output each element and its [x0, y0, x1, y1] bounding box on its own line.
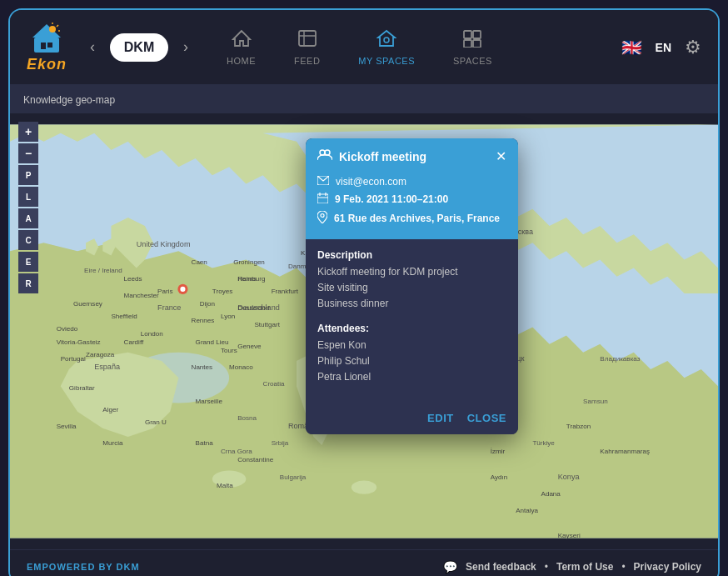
svg-point-21: [352, 481, 376, 494]
description-line-2: Site visiting: [317, 280, 506, 296]
svg-text:Manchester: Manchester: [124, 292, 160, 299]
my-spaces-icon: [376, 29, 396, 53]
nav-center: ‹ DKM ›: [83, 33, 195, 62]
svg-text:Oviedo: Oviedo: [57, 326, 78, 333]
tab-my-spaces-label: MY SPACES: [358, 56, 415, 66]
map-filter-e[interactable]: E: [18, 252, 38, 272]
svg-text:Nantes: Nantes: [192, 363, 213, 371]
svg-text:Geneve: Geneve: [237, 343, 262, 350]
edit-button[interactable]: EDIT: [427, 412, 454, 424]
popup-header: Kickoff meeting ✕: [306, 138, 518, 175]
popup-date: 9 Feb. 2021 11:00–21:00: [335, 193, 448, 205]
footer-right: 💬 Send feedback • Term of Use • Privacy …: [443, 560, 701, 573]
feedback-icon: 💬: [443, 560, 457, 573]
attendee-3: Petra Lionel: [317, 369, 506, 385]
svg-rect-0: [34, 38, 59, 53]
svg-rect-14: [464, 31, 471, 38]
popup-body: Description Kickoff meeting for KDM proj…: [306, 239, 518, 405]
svg-text:Kayseri: Kayseri: [558, 532, 581, 539]
tab-spaces[interactable]: SPACES: [446, 26, 499, 69]
svg-rect-16: [464, 40, 471, 48]
svg-text:Crna Gora: Crna Gora: [221, 448, 252, 455]
svg-text:Guernsey: Guernsey: [73, 300, 103, 308]
map-area[interactable]: United Kingdom Eire / Ireland España Fra…: [10, 113, 718, 549]
app-container: Ekon ‹ DKM › HOME FEED: [8, 8, 720, 576]
close-button[interactable]: CLOSE: [467, 412, 506, 424]
svg-text:Gibraltar: Gibraltar: [69, 384, 95, 392]
svg-text:Monaco: Monaco: [229, 363, 253, 371]
popup-email: visit@econ.com: [336, 176, 406, 188]
popup-close-x-button[interactable]: ✕: [496, 150, 506, 163]
logo-area: Ekon: [27, 21, 67, 73]
privacy-policy-link[interactable]: Privacy Policy: [634, 561, 701, 573]
map-controls: + − P L A C E R: [18, 122, 38, 293]
description-line-1: Kickoff meeting for KDM project: [317, 264, 506, 280]
svg-text:Paris: Paris: [157, 288, 172, 295]
description-content: Kickoff meeting for KDM project Site vis…: [317, 264, 506, 313]
svg-text:Grand Lieu: Grand Lieu: [196, 338, 229, 346]
svg-point-100: [325, 150, 330, 155]
svg-text:Konya: Konya: [558, 473, 581, 481]
breadcrumb-bar: Knowledge geo-map: [10, 85, 718, 113]
svg-text:Groningen: Groningen: [233, 258, 265, 266]
tab-home[interactable]: HOME: [220, 26, 262, 69]
svg-text:Sevilla: Sevilla: [57, 423, 77, 430]
send-feedback-link[interactable]: Send feedback: [466, 561, 536, 573]
svg-text:Adana: Adana: [541, 490, 561, 498]
map-filter-l[interactable]: L: [18, 187, 38, 207]
svg-text:Sheffield: Sheffield: [111, 313, 137, 320]
attendee-1: Espen Kon: [317, 338, 506, 353]
map-filter-r[interactable]: R: [18, 273, 38, 293]
map-filter-p[interactable]: P: [18, 165, 38, 185]
svg-line-6: [57, 25, 58, 27]
svg-text:Croatia: Croatia: [263, 380, 286, 388]
svg-text:United Kingdom: United Kingdom: [137, 240, 191, 248]
tab-feed[interactable]: FEED: [287, 26, 327, 69]
calendar-icon: [317, 193, 328, 206]
svg-point-13: [384, 38, 389, 43]
svg-text:Constantine: Constantine: [237, 456, 274, 463]
svg-rect-15: [473, 31, 481, 38]
location-icon: [317, 211, 327, 226]
svg-text:London: London: [141, 330, 163, 338]
footer: EMPOWERED BY DKM 💬 Send feedback • Term …: [10, 549, 718, 576]
svg-text:İzmir: İzmir: [491, 448, 506, 455]
logo-icon: [29, 21, 64, 56]
svg-text:Gran U: Gran U: [145, 418, 167, 426]
logo-text: Ekon: [27, 56, 67, 73]
svg-text:Dijon: Dijon: [200, 300, 215, 308]
settings-icon[interactable]: ⚙: [685, 37, 701, 58]
zoom-in-button[interactable]: +: [18, 122, 38, 142]
attendees-label: Attendees:: [317, 323, 506, 334]
svg-text:Zaragoza: Zaragoza: [86, 351, 115, 358]
map-filter-c[interactable]: C: [18, 230, 38, 250]
svg-text:France: France: [157, 303, 181, 312]
popup-location-row: 61 Rue des Archives, Paris, France: [317, 211, 506, 226]
term-of-use-link[interactable]: Term of Use: [556, 561, 613, 573]
svg-point-106: [321, 214, 324, 218]
zoom-out-button[interactable]: −: [18, 143, 38, 163]
popup-location: 61 Rue des Archives, Paris, France: [334, 213, 500, 224]
popup-footer: EDIT CLOSE: [306, 405, 518, 434]
popup-date-row: 9 Feb. 2021 11:00–21:00: [317, 193, 506, 206]
svg-marker-8: [233, 31, 250, 46]
tab-my-spaces[interactable]: MY SPACES: [352, 26, 421, 69]
svg-text:Samsun: Samsun: [583, 398, 608, 405]
svg-text:Bulgarija: Bulgarija: [280, 473, 307, 481]
svg-text:Malta: Malta: [217, 482, 233, 489]
nav-next-button[interactable]: ›: [177, 35, 195, 59]
nav-tabs: HOME FEED MY SPACES SPACES: [220, 26, 621, 69]
popup-email-row: visit@econ.com: [317, 175, 506, 188]
svg-text:Portugal: Portugal: [61, 355, 86, 363]
nav-prev-button[interactable]: ‹: [83, 35, 102, 59]
svg-text:Владикавказ: Владикавказ: [600, 355, 640, 363]
svg-text:Tours: Tours: [221, 347, 237, 354]
empowered-by: EMPOWERED BY DKM: [27, 562, 140, 572]
svg-text:Murcia: Murcia: [102, 439, 123, 447]
map-filter-a[interactable]: A: [18, 208, 38, 228]
svg-text:Dusseldorf: Dusseldorf: [237, 304, 270, 312]
feed-icon: [297, 29, 317, 53]
attendees-content: Espen Kon Philip Schul Petra Lionel: [317, 338, 506, 386]
svg-rect-17: [473, 40, 481, 48]
svg-rect-3: [47, 43, 52, 48]
